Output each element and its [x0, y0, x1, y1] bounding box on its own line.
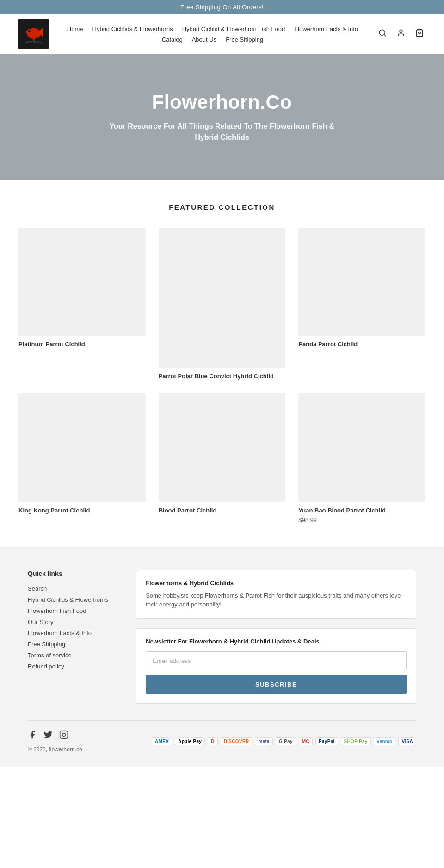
payment-shopify: SHOP Pay	[341, 737, 371, 745]
product-name-4: King Kong Parrot Cichlid	[18, 506, 146, 515]
main-nav: Home Hybrid Cichlids & Flowerhorns Hybri…	[49, 25, 376, 43]
newsletter-title: Newsletter For Flowerhorn & Hybrid Cichl…	[146, 638, 407, 645]
payment-discover: DISCOVER	[221, 737, 253, 745]
cart-button[interactable]	[413, 27, 426, 41]
svg-rect-11	[60, 731, 68, 739]
payment-venmo: venmo	[374, 737, 396, 745]
featured-section: FEATURED COLLECTION Platinum Parrot Cich…	[0, 180, 444, 547]
search-button[interactable]	[376, 27, 388, 41]
payment-applepay: Apple Pay	[175, 737, 205, 745]
product-price-6: $98.99	[298, 517, 426, 524]
svg-point-9	[400, 30, 402, 32]
footer-top: Quick links Search Hybrid Cichlids & Flo…	[28, 570, 416, 704]
nav-row-1: Home Hybrid Cichlids & Flowerhorns Hybri…	[67, 25, 358, 32]
footer-link-refund-anchor[interactable]: Refund policy	[28, 663, 64, 670]
footer-link-facts-anchor[interactable]: Flowerhorn Facts & Info	[28, 630, 92, 637]
footer-link-fishfood-anchor[interactable]: Flowerhorn Fish Food	[28, 607, 86, 614]
nav-row-2: Catalog About Us Free Shipping	[162, 36, 263, 43]
hero-title: Flowerhorn.Co	[152, 91, 292, 113]
svg-text:Flowerhorn Co: Flowerhorn Co	[25, 40, 42, 43]
email-input[interactable]	[146, 651, 407, 670]
quick-links-title: Quick links	[28, 570, 108, 577]
footer-link-ourstory-anchor[interactable]: Our Story	[28, 618, 54, 625]
footer-link-freeship-anchor[interactable]: Free Shipping	[28, 641, 65, 648]
footer-link-ourstory[interactable]: Our Story	[28, 618, 108, 625]
product-image-4	[18, 393, 146, 501]
product-card-3[interactable]: Panda Parrot Cichlid	[298, 228, 426, 381]
footer: Quick links Search Hybrid Cichlids & Flo…	[0, 547, 444, 767]
payment-mastercard: MC	[299, 737, 313, 745]
nav-hybrid-cichlids[interactable]: Hybrid Cichlids & Flowerhorns	[92, 25, 173, 32]
payment-icons: AMEX Apple Pay D DISCOVER meta G Pay MC …	[152, 737, 416, 745]
featured-title: FEATURED COLLECTION	[18, 203, 426, 211]
product-grid: Platinum Parrot Cichlid Parrot Polar Blu…	[18, 228, 426, 524]
product-name-6: Yuan Bao Blood Parrot Cichlid	[298, 506, 426, 515]
nav-facts[interactable]: Flowerhorn Facts & Info	[294, 25, 358, 32]
footer-link-terms-anchor[interactable]: Terms of service	[28, 652, 72, 659]
footer-info-box: Flowerhorns & Hybrid Cichlids Some hobby…	[136, 570, 416, 619]
social-icons	[28, 730, 82, 742]
nav-fish-food[interactable]: Hybrid Cichlid & Flowerhorn Fish Food	[182, 25, 285, 32]
footer-link-facts[interactable]: Flowerhorn Facts & Info	[28, 629, 108, 637]
header-icons	[376, 27, 426, 41]
svg-point-3	[28, 30, 30, 32]
copyright-text: © 2023, flowerhorn.co	[28, 746, 82, 753]
quick-links-list: Search Hybrid Cichlids & Flowerhorns Flo…	[28, 585, 108, 670]
subscribe-button[interactable]: SUBSCRIBE	[146, 675, 407, 694]
product-name-1: Platinum Parrot Cichlid	[18, 340, 146, 349]
nav-about[interactable]: About Us	[192, 36, 216, 43]
hero-section: Flowerhorn.Co Your Resource For All Thin…	[0, 54, 444, 180]
footer-link-fishfood[interactable]: Flowerhorn Fish Food	[28, 607, 108, 614]
product-card-4[interactable]: King Kong Parrot Cichlid	[18, 393, 146, 524]
newsletter-box: Newsletter For Flowerhorn & Hybrid Cichl…	[136, 628, 416, 704]
product-image-3	[298, 228, 426, 336]
payment-gpay: G Pay	[276, 737, 296, 745]
product-card-1[interactable]: Platinum Parrot Cichlid	[18, 228, 146, 381]
footer-link-refund[interactable]: Refund policy	[28, 662, 108, 670]
nav-home[interactable]: Home	[67, 25, 83, 32]
hero-subtitle: Your Resource For All Things Related To …	[106, 121, 338, 143]
footer-link-search[interactable]: Search	[28, 585, 108, 592]
footer-bottom: © 2023, flowerhorn.co AMEX Apple Pay D D…	[28, 720, 416, 753]
top-banner: Free Shipping On All Orders!	[0, 0, 444, 14]
product-card-6[interactable]: Yuan Bao Blood Parrot Cichlid $98.99	[298, 393, 426, 524]
product-image-5	[159, 393, 286, 501]
footer-link-search-anchor[interactable]: Search	[28, 585, 47, 592]
footer-quick-links: Quick links Search Hybrid Cichlids & Flo…	[28, 570, 108, 704]
svg-line-8	[384, 34, 385, 36]
payment-diners: D	[208, 737, 218, 745]
nav-free-shipping[interactable]: Free Shipping	[226, 36, 263, 43]
logo-area[interactable]: Flowerhorn Co	[18, 19, 49, 49]
product-image-6	[298, 393, 426, 501]
instagram-icon[interactable]	[59, 730, 68, 742]
product-card-5[interactable]: Blood Parrot Cichlid	[159, 393, 286, 524]
payment-meta: meta	[255, 737, 273, 745]
twitter-icon[interactable]	[43, 730, 53, 742]
payment-paypal: PayPal	[315, 737, 338, 745]
product-name-3: Panda Parrot Cichlid	[298, 340, 426, 349]
footer-link-hybrid[interactable]: Hybrid Cichlids & Flowerhorns	[28, 596, 108, 603]
svg-point-4	[28, 31, 29, 31]
footer-link-terms[interactable]: Terms of service	[28, 651, 108, 659]
product-image-2	[159, 228, 286, 368]
footer-link-hybrid-anchor[interactable]: Hybrid Cichlids & Flowerhorns	[28, 596, 108, 603]
banner-text: Free Shipping On All Orders!	[180, 4, 264, 11]
info-box-text: Some hobbyists keep Flowerhorns & Parrot…	[146, 591, 407, 609]
header: Flowerhorn Co Home Hybrid Cichlids & Flo…	[0, 14, 444, 54]
login-button[interactable]	[395, 27, 407, 41]
footer-info-col: Flowerhorns & Hybrid Cichlids Some hobby…	[136, 570, 416, 704]
product-card-2[interactable]: Parrot Polar Blue Convict Hybrid Cichlid	[159, 228, 286, 381]
product-name-5: Blood Parrot Cichlid	[159, 506, 286, 515]
product-name-2: Parrot Polar Blue Convict Hybrid Cichlid	[159, 372, 286, 381]
facebook-icon[interactable]	[28, 730, 37, 742]
payment-amex: AMEX	[152, 737, 172, 745]
info-box-title: Flowerhorns & Hybrid Cichlids	[146, 580, 407, 587]
nav-catalog[interactable]: Catalog	[162, 36, 183, 43]
logo-image: Flowerhorn Co	[18, 19, 49, 49]
product-image-1	[18, 228, 146, 336]
payment-visa: VISA	[398, 737, 416, 745]
footer-link-freeship[interactable]: Free Shipping	[28, 640, 108, 648]
